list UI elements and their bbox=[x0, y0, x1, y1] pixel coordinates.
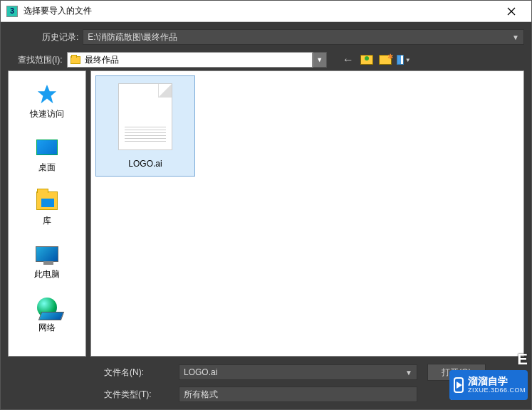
sidebar-item-label: 此电脑 bbox=[34, 268, 60, 280]
app-icon: 3 bbox=[6, 6, 18, 17]
file-item[interactable]: LOGO.ai bbox=[95, 75, 195, 177]
network-icon bbox=[36, 296, 58, 319]
chevron-down-icon: ▼ bbox=[512, 33, 519, 41]
sidebar-item-this-pc[interactable]: 此电脑 bbox=[15, 240, 79, 283]
watermark-letter: E bbox=[517, 350, 528, 369]
quick-access-icon bbox=[36, 83, 58, 105]
lookin-row: 查找范围(I): 最终作品 ▼ ← ▼ bbox=[1, 48, 531, 70]
back-button[interactable]: ← bbox=[341, 53, 355, 67]
main-area: 快速访问 桌面 库 此电脑 网络 bbox=[1, 70, 531, 361]
sidebar-item-label: 库 bbox=[43, 215, 51, 227]
new-folder-button[interactable] bbox=[378, 53, 392, 67]
chevron-down-icon: ▼ bbox=[405, 369, 412, 377]
filetype-field[interactable]: 所有格式 bbox=[179, 387, 417, 402]
titlebar: 3 选择要导入的文件 bbox=[1, 1, 531, 22]
filename-field[interactable]: LOGO.ai ▼ bbox=[179, 364, 417, 380]
file-list[interactable]: LOGO.ai bbox=[90, 70, 524, 357]
lookin-field[interactable]: 最终作品 bbox=[67, 52, 313, 68]
play-icon bbox=[454, 377, 464, 393]
filename-value: LOGO.ai bbox=[184, 367, 217, 377]
filetype-value: 所有格式 bbox=[184, 389, 218, 401]
folder-new-icon bbox=[379, 55, 392, 65]
sidebar-item-label: 快速访问 bbox=[30, 108, 64, 120]
desktop-icon bbox=[36, 136, 58, 159]
lookin-label: 查找范围(I): bbox=[18, 54, 63, 66]
history-value: E:\消防疏散图\最终作品 bbox=[88, 31, 177, 43]
sidebar-item-quick-access[interactable]: 快速访问 bbox=[15, 80, 79, 123]
folder-up-icon bbox=[360, 55, 373, 65]
lookin-value: 最终作品 bbox=[85, 54, 119, 66]
folder-icon bbox=[71, 56, 80, 64]
chevron-down-icon: ▼ bbox=[405, 57, 411, 63]
libraries-icon bbox=[36, 189, 58, 212]
nav-toolbar: ← ▼ bbox=[341, 53, 411, 67]
sidebar-item-libraries[interactable]: 库 bbox=[15, 186, 79, 230]
close-icon bbox=[507, 7, 516, 16]
watermark-badge: 溜溜自学 ZIXUE.3D66.COM bbox=[449, 370, 528, 400]
places-sidebar: 快速访问 桌面 库 此电脑 网络 bbox=[8, 70, 86, 357]
this-pc-icon bbox=[36, 243, 58, 266]
sidebar-item-label: 桌面 bbox=[38, 162, 56, 174]
svg-marker-2 bbox=[38, 85, 56, 103]
file-name: LOGO.ai bbox=[128, 159, 162, 169]
sidebar-item-desktop[interactable]: 桌面 bbox=[15, 133, 79, 177]
history-row: 历史记录: E:\消防疏散图\最终作品 ▼ bbox=[1, 22, 531, 48]
sidebar-item-network[interactable]: 网络 bbox=[15, 293, 79, 337]
view-icon bbox=[397, 55, 404, 65]
history-dropdown[interactable]: E:\消防疏散图\最终作品 ▼ bbox=[83, 29, 524, 45]
close-button[interactable] bbox=[497, 1, 526, 21]
dialog-body: 历史记录: E:\消防疏散图\最终作品 ▼ 查找范围(I): 最终作品 ▼ ← bbox=[1, 22, 531, 409]
lookin-dropdown-button[interactable]: ▼ bbox=[313, 52, 327, 68]
up-one-level-button[interactable] bbox=[360, 53, 374, 67]
dialog-window: 3 选择要导入的文件 历史记录: E:\消防疏散图\最终作品 ▼ 查找范围(I)… bbox=[0, 0, 532, 410]
watermark-url: ZIXUE.3D66.COM bbox=[468, 387, 526, 394]
filetype-label: 文件类型(T): bbox=[104, 389, 172, 401]
arrow-left-icon: ← bbox=[343, 53, 354, 66]
window-title: 选择要导入的文件 bbox=[24, 5, 497, 17]
watermark-brand: 溜溜自学 bbox=[468, 376, 526, 387]
sidebar-item-label: 网络 bbox=[38, 322, 56, 334]
filename-label: 文件名(N): bbox=[104, 367, 172, 379]
history-label: 历史记录: bbox=[42, 31, 78, 43]
view-menu-button[interactable]: ▼ bbox=[397, 53, 411, 67]
file-thumbnail-icon bbox=[118, 83, 172, 150]
